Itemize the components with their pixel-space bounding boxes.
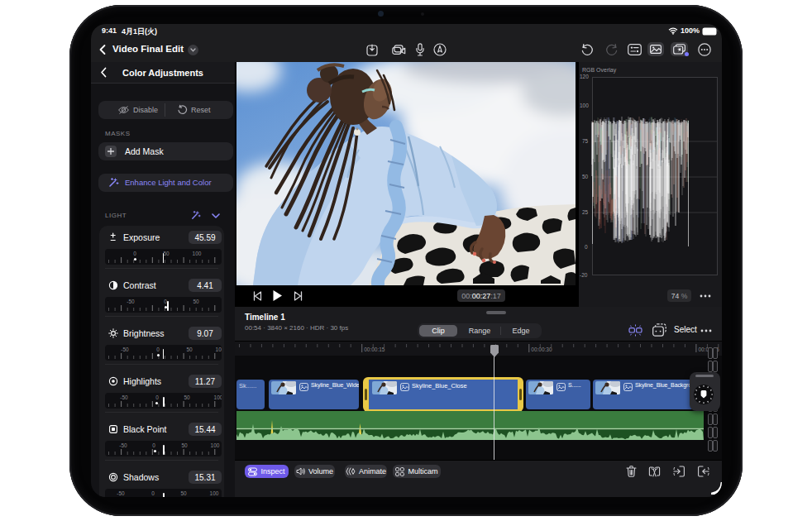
svg-text:00:00:30: 00:00:30: [531, 347, 552, 352]
svg-text:00:00:15: 00:00:15: [364, 347, 385, 352]
